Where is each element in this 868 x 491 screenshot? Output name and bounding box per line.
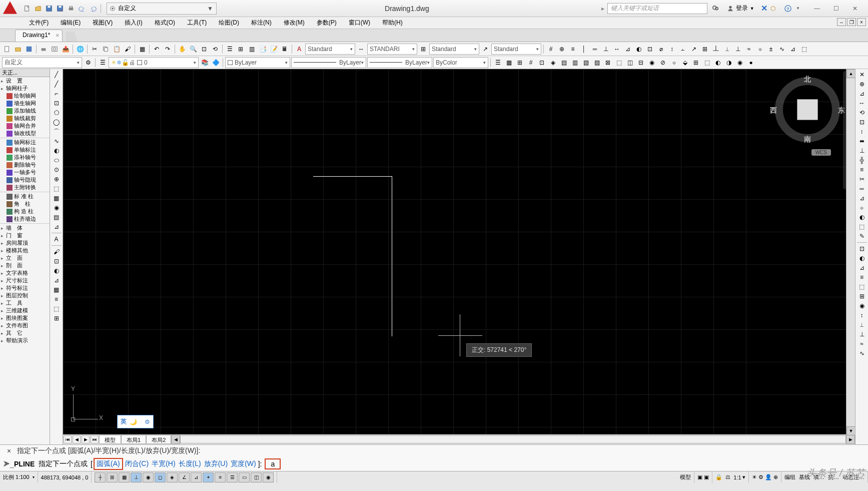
draw-tool-7[interactable]: ∿ [51,137,62,146]
cmd-option-undo[interactable]: 放弃(U) [203,459,229,468]
dim-tool-12[interactable]: ⫠ [678,44,688,54]
draw-tool-b1[interactable]: ⊡ [51,257,62,266]
modify-tool-13[interactable]: ⊿ [856,194,867,203]
draw-tool-5[interactable]: ◯ [51,118,62,127]
redo-icon[interactable]: ↷ [163,44,173,54]
tree-item[interactable]: ▸楼梯其他 [0,247,50,254]
redo-icon[interactable] [88,4,98,14]
draw-tool-14[interactable]: ◉ [51,203,62,212]
draw-tool-17[interactable]: A [51,235,62,244]
modify-tool-4[interactable]: ⟲ [856,108,867,117]
menu-item[interactable]: 文件(F) [23,17,55,29]
modify-tool-2[interactable]: ⊿ [856,89,867,98]
menu-item[interactable]: 帮助(H) [376,17,409,29]
dim-tool-5[interactable]: ⊥ [601,44,611,54]
scroll-down-icon[interactable]: ▼ [846,426,855,435]
copy-icon[interactable] [101,44,111,54]
cmd-close-icon[interactable]: × [4,446,14,456]
search-icon[interactable] [710,4,720,14]
layer-tool-22[interactable]: ◉ [735,58,745,68]
modify-tool-6[interactable]: ↕ [856,127,867,136]
layer-dropdown[interactable]: ☀❄🔓🖨 0 ▾ [109,57,199,68]
model-paper-toggle[interactable]: 模型 [677,471,694,483]
mdi-close-icon[interactable]: × [857,18,866,26]
layer-tool-21[interactable]: ◑ [724,58,734,68]
moon-icon[interactable]: 🌙 [130,418,137,425]
layer-state-icon[interactable]: 📚 [200,58,210,68]
modify-tool-17[interactable]: ✎ [856,232,867,241]
dim-tool-3[interactable]: │ [579,44,589,54]
draw-tool-b5[interactable]: ≡ [51,295,62,304]
modify-tool-b1[interactable]: ◐ [856,254,867,263]
close-tab-icon[interactable]: × [56,32,59,39]
gear-icon[interactable]: ⚙ [83,58,93,68]
table-style-dropdown[interactable]: Standard▾ [429,44,479,55]
osnap-icon[interactable]: ◻ [155,472,166,482]
preview-icon[interactable] [50,44,60,54]
dim-style-dropdown[interactable]: STANDARI▾ [367,44,417,55]
layer-tool-2[interactable]: ⊞ [515,58,525,68]
dim-tool-1[interactable]: ⊕ [557,44,567,54]
modify-tool-14[interactable]: ⟐ [856,203,867,212]
draw-tool-b7[interactable]: ⊞ [51,314,62,323]
designcenter-icon[interactable]: ⊞ [236,44,246,54]
exchange-icon[interactable]: ✕ [761,4,767,13]
modify-tool-7[interactable]: ⬌ [856,137,867,146]
tree-item[interactable]: ▸剖 面 [0,262,50,269]
dim-tool-16[interactable]: ⟂ [722,44,732,54]
draw-tool-0[interactable]: ╱ [51,70,62,79]
open-icon[interactable] [33,4,43,14]
draw-tool-9[interactable]: ⬭ [51,156,62,165]
dim-tool-8[interactable]: ◐ [634,44,644,54]
modify-tool-b5[interactable]: ⊞ [856,292,867,301]
menu-item[interactable]: 参数(P) [311,17,343,29]
first-layout-icon[interactable]: ⏮ [64,435,72,443]
menu-item[interactable]: 标注(N) [245,17,278,29]
menu-item[interactable]: 插入(I) [119,17,148,29]
document-tab[interactable]: Drawing1* × [15,30,63,42]
menu-item[interactable]: 窗口(W) [343,17,376,29]
quickcalc-icon[interactable]: 🖩 [280,44,290,54]
mleader-style-dropdown[interactable]: Standard▾ [491,44,541,55]
dim-tool-21[interactable]: ∿ [777,44,787,54]
menu-item[interactable]: 修改(M) [278,17,311,29]
vertical-scrollbar[interactable]: ▲ ▼ [846,69,855,435]
dim-tool-19[interactable]: ⟐ [755,44,765,54]
draw-tool-b2[interactable]: ◐ [51,266,62,275]
pan-icon[interactable]: ✋ [177,44,187,54]
properties-icon[interactable]: ☰ [225,44,235,54]
command-input-row[interactable]: ⮞_ PLINE 指定下一个点或 [ 圆弧(A) 闭合(C) 半宽(H) 长度(… [0,457,868,471]
layer-tool-6[interactable]: ▤ [559,58,569,68]
tree-item[interactable]: ▸文件布图 [0,322,50,329]
dim-tool-11[interactable]: ↕ [667,44,677,54]
layer-tool-14[interactable]: ◉ [647,58,657,68]
menu-item[interactable]: 格式(O) [149,17,181,29]
cmd-option-length[interactable]: 长度(L) [178,459,202,468]
sheet-set-icon[interactable]: 📑 [258,44,268,54]
draw-tool-8[interactable]: ◐ [51,146,62,155]
menu-item[interactable]: 编辑(E) [55,17,87,29]
tree-item[interactable]: ▸图块图案 [0,314,50,322]
maximize-button[interactable]: ☐ [827,3,845,15]
layer-tool-18[interactable]: ⊞ [691,58,701,68]
zoom-win-icon[interactable]: ⊡ [199,44,209,54]
undo-icon[interactable]: ↶ [152,44,162,54]
am-icon[interactable]: ◉ [263,472,274,482]
menu-item[interactable]: 绘图(D) [213,17,245,29]
scroll-left-icon[interactable]: ◀ [171,435,180,444]
ime-indicator[interactable]: 英 🌙 · ⚙ [117,415,154,428]
lwt-icon[interactable]: ≡ [215,472,226,482]
tree-item[interactable]: 轴网标注 [0,139,50,146]
layer-tool-16[interactable]: ⟐ [669,58,679,68]
draw-tool-6[interactable]: ⌒ [51,127,62,136]
next-layout-icon[interactable]: ▶ [82,435,90,443]
tree-item[interactable]: 角 柱 [0,200,50,208]
tree-item[interactable]: 轴号隐现 [0,176,50,184]
draw-tool-b6[interactable]: ⬚ [51,304,62,313]
draw-tool-3[interactable]: ⊡ [51,99,62,108]
tree-item[interactable]: ▸文字表格 [0,269,50,277]
tree-item[interactable]: 主附转换 [0,184,50,191]
save-icon[interactable] [24,44,34,54]
draw-tool-12[interactable]: ⬚ [51,184,62,193]
print-icon[interactable] [66,4,76,14]
